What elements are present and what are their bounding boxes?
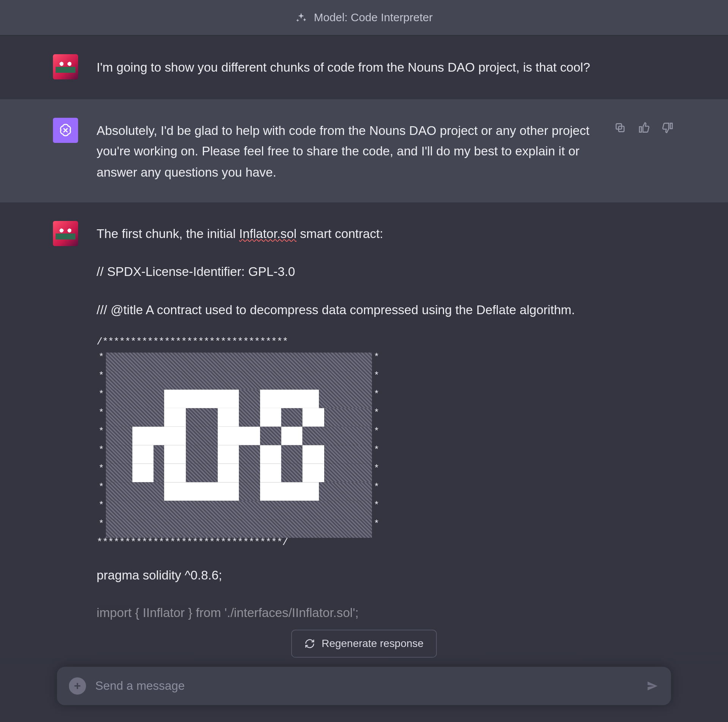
user-avatar xyxy=(53,54,78,79)
user-avatar xyxy=(53,221,78,246)
user-message-code: The first chunk, the initial Inflator.so… xyxy=(97,221,675,631)
message-assistant-1: Absolutely, I'd be glad to help with cod… xyxy=(0,99,728,202)
message-input[interactable] xyxy=(95,679,637,693)
intro-text: The first chunk, the initial xyxy=(97,227,239,241)
user-message-text: I'm going to show you different chunks o… xyxy=(97,54,675,79)
plus-icon: + xyxy=(74,679,81,693)
model-header: Model: Code Interpreter xyxy=(0,0,728,36)
refresh-icon xyxy=(304,638,315,649)
title-comment-line: /// @title A contract used to decompress… xyxy=(97,299,675,320)
send-button[interactable] xyxy=(646,680,659,693)
spdx-line: // SPDX-License-Identifier: GPL-3.0 xyxy=(97,262,675,282)
filename-text: Inflator.sol xyxy=(239,227,297,241)
message-user-2: The first chunk, the initial Inflator.so… xyxy=(0,202,728,651)
thumbs-up-button[interactable] xyxy=(637,121,651,135)
assistant-message-text: Absolutely, I'd be glad to help with cod… xyxy=(97,118,600,183)
ascii-stars-close: *********************************/ xyxy=(97,538,675,548)
intro-text-post: smart contract: xyxy=(297,227,383,241)
pragma-line: pragma solidity ^0.8.6; xyxy=(97,565,675,586)
model-label: Model: Code Interpreter xyxy=(314,11,433,24)
import-line: import { IInflator } from './interfaces/… xyxy=(97,603,675,624)
attach-button[interactable]: + xyxy=(69,677,86,694)
regenerate-button[interactable]: Regenerate response xyxy=(291,630,437,658)
assistant-avatar xyxy=(53,118,78,143)
message-user-1: I'm going to show you different chunks o… xyxy=(0,36,728,99)
thumbs-down-button[interactable] xyxy=(661,121,675,135)
ascii-stars-open: /********************************* xyxy=(97,337,675,347)
message-input-box[interactable]: + xyxy=(57,667,671,705)
copy-button[interactable] xyxy=(613,121,627,135)
message-actions xyxy=(613,118,675,183)
ascii-logo: ** ** ** ** ** ** ** ** ** ** xyxy=(97,352,381,538)
send-icon xyxy=(646,680,659,693)
sparkle-icon xyxy=(295,12,307,23)
regenerate-label: Regenerate response xyxy=(322,638,424,650)
